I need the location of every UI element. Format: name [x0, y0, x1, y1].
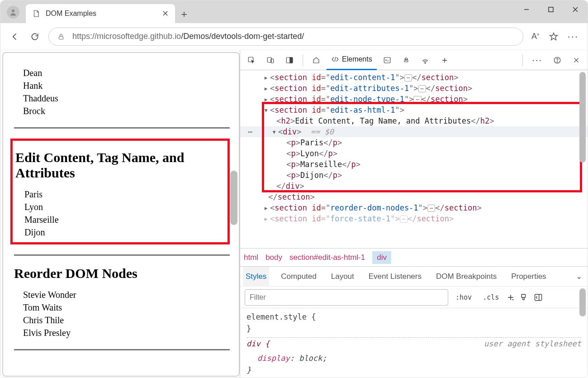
list-item: Tom Waits: [23, 301, 230, 314]
list-item: Brock: [23, 105, 230, 117]
svg-rect-5: [59, 36, 63, 39]
tab-properties[interactable]: Properties: [508, 267, 549, 287]
list-item: Dijon: [24, 226, 225, 239]
styles-toolbar: :hov .cls: [240, 287, 588, 308]
svg-point-15: [557, 62, 557, 62]
tab-title: DOM Examples: [46, 10, 96, 18]
tab-close-icon[interactable]: ✕: [162, 9, 169, 19]
profile-avatar-icon[interactable]: [7, 6, 19, 19]
devtools-toolbar: Elements ＋ ···: [240, 50, 588, 70]
divider: [14, 349, 230, 350]
new-style-rule-icon[interactable]: [506, 293, 516, 302]
list-item: Stevie Wonder: [23, 288, 230, 301]
settings-more-icon[interactable]: ···: [527, 50, 547, 70]
network-tab-icon[interactable]: [417, 50, 434, 70]
close-window-button[interactable]: [563, 0, 588, 19]
scrollbar-thumb[interactable]: [579, 72, 586, 163]
list-item: Paris: [24, 188, 225, 201]
window-titlebar: DOM Examples ✕ ＋: [0, 0, 588, 23]
element-style-rule[interactable]: element.style {: [247, 311, 581, 323]
names-list: Dean Hank Thaddeus Brock: [14, 67, 230, 117]
favorite-icon[interactable]: [549, 32, 559, 42]
tab-layout[interactable]: Layout: [328, 267, 357, 287]
elements-tree[interactable]: ▸<section id="edit-content-1">⋯</section…: [240, 70, 588, 248]
url-path: /Demos/devtools-dom-get-started/: [181, 32, 304, 41]
highlighted-section: Edit Content, Tag Name, and Attributes P…: [10, 139, 230, 244]
svg-rect-11: [384, 57, 390, 63]
help-icon[interactable]: [549, 50, 566, 70]
divider: [14, 127, 230, 129]
list-item: Elvis Presley: [23, 326, 230, 339]
tab-styles[interactable]: Styles: [243, 267, 269, 287]
crumb-selected[interactable]: div: [372, 251, 391, 264]
device-toolbar-icon[interactable]: [262, 50, 279, 70]
styles-panel: Styles Computed Layout Event Listeners D…: [240, 266, 588, 378]
welcome-tab-icon[interactable]: [308, 50, 325, 70]
section-heading: Reorder DOM Nodes: [14, 266, 230, 281]
dom-breadcrumb[interactable]: html body section#edit-as-html-1 div: [240, 248, 588, 266]
scrollbar-thumb[interactable]: [579, 288, 586, 316]
more-tabs-button[interactable]: ＋: [436, 50, 454, 70]
tab-elements[interactable]: Elements: [327, 50, 377, 70]
inspect-element-icon[interactable]: [243, 50, 260, 70]
dock-side-icon[interactable]: [281, 50, 298, 70]
crumb[interactable]: section#edit-as-html-1: [289, 253, 365, 262]
svg-point-13: [425, 62, 426, 63]
back-button[interactable]: [5, 27, 25, 47]
document-icon: [32, 10, 40, 18]
tab-dom-breakpoints[interactable]: DOM Breakpoints: [433, 267, 499, 287]
list-item: Chris Thile: [23, 314, 230, 326]
devtools-panel: Elements ＋ ··· ▸<section id="edit-conten…: [240, 50, 588, 378]
svg-rect-2: [549, 7, 553, 12]
styles-filter-input[interactable]: [245, 289, 448, 306]
minimize-button[interactable]: [514, 0, 539, 19]
styles-brush-icon[interactable]: [520, 293, 530, 302]
browser-tab[interactable]: DOM Examples ✕: [26, 4, 175, 23]
list-item: Lyon: [24, 201, 225, 213]
maximize-button[interactable]: [539, 0, 563, 19]
styles-tabs: Styles Computed Layout Event Listeners D…: [240, 267, 588, 287]
tab-event-listeners[interactable]: Event Listeners: [366, 267, 424, 287]
url-input[interactable]: https://microsoftedge.github.io/Demos/de…: [48, 28, 523, 46]
chevron-down-icon[interactable]: ⌄: [570, 272, 588, 281]
sources-tab-icon[interactable]: [398, 50, 415, 70]
svg-rect-10: [290, 57, 293, 63]
console-tab-icon[interactable]: [379, 50, 396, 70]
list-item: Dean: [23, 67, 230, 79]
cls-toggle[interactable]: .cls: [479, 293, 503, 301]
list-item: Thaddeus: [23, 92, 230, 105]
styles-rules[interactable]: element.style { } div {user agent styles…: [240, 308, 588, 378]
list-item: Marseille: [24, 213, 225, 226]
selected-dom-node[interactable]: ⋯▾<div> == $0: [240, 126, 588, 137]
ua-stylesheet-label: user agent stylesheet: [484, 338, 581, 349]
scrollbar-thumb[interactable]: [230, 171, 237, 225]
computed-sidebar-icon[interactable]: [533, 293, 543, 302]
new-tab-button[interactable]: ＋: [175, 5, 193, 23]
svg-point-0: [12, 10, 14, 12]
window-controls: [514, 0, 588, 19]
lock-icon: [57, 33, 65, 41]
tab-label: Elements: [342, 55, 372, 63]
svg-rect-21: [535, 294, 542, 300]
svg-point-12: [405, 57, 407, 60]
divider: [14, 254, 230, 256]
tab-computed[interactable]: Computed: [278, 267, 319, 287]
crumb[interactable]: html: [244, 253, 258, 262]
close-devtools-icon[interactable]: [568, 50, 585, 70]
url-host: https://microsoftedge.github.io: [72, 32, 181, 41]
crumb[interactable]: body: [266, 253, 282, 262]
code-icon: [331, 55, 339, 63]
list-item: Hank: [23, 79, 230, 92]
address-bar: https://microsoftedge.github.io/Demos/de…: [0, 23, 588, 50]
section-heading: Edit Content, Tag Name, and Attributes: [15, 150, 225, 181]
line-actions-icon[interactable]: ⋯: [240, 126, 260, 137]
read-aloud-icon[interactable]: A»: [531, 32, 540, 41]
more-menu-icon[interactable]: ···: [568, 31, 579, 43]
page-viewport: Dean Hank Thaddeus Brock Edit Content, T…: [2, 52, 240, 377]
hov-toggle[interactable]: :hov: [452, 293, 475, 301]
refresh-button[interactable]: [25, 27, 45, 47]
